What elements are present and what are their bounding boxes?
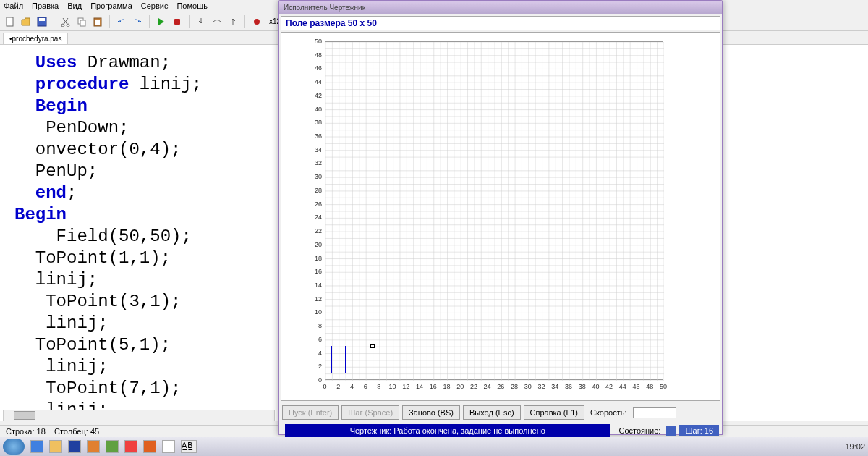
x-tick-label: 10 bbox=[388, 383, 398, 390]
cut-icon[interactable] bbox=[59, 15, 72, 28]
task-icon-6[interactable] bbox=[124, 440, 137, 453]
task-icon-7[interactable] bbox=[143, 440, 156, 453]
step-button[interactable]: Шаг (Space) bbox=[341, 405, 399, 420]
y-tick-label: 22 bbox=[310, 227, 322, 235]
kw-procedure: procedure bbox=[35, 75, 129, 94]
state-label: Состояние: bbox=[616, 426, 663, 435]
x-tick-label: 26 bbox=[495, 383, 506, 390]
drawman-status-row: Чертежник: Работа окончена, задание не в… bbox=[279, 423, 722, 439]
x-tick-label: 28 bbox=[509, 383, 519, 390]
drawn-segment bbox=[331, 346, 332, 373]
step-over-icon[interactable] bbox=[210, 15, 224, 28]
y-tick-label: 36 bbox=[310, 132, 322, 140]
run-button[interactable]: Пуск (Enter) bbox=[282, 405, 339, 420]
x-tick-label: 30 bbox=[523, 383, 533, 390]
x-tick-label: 34 bbox=[550, 383, 560, 390]
clock: 19:02 bbox=[845, 442, 865, 451]
y-tick-label: 40 bbox=[310, 106, 322, 113]
task-icon-8[interactable] bbox=[162, 440, 175, 453]
task-icon-1[interactable] bbox=[30, 440, 43, 453]
drawman-titlebar[interactable]: Исполнитель Чертежник bbox=[279, 1, 722, 14]
copy-icon[interactable] bbox=[75, 15, 88, 28]
undo-icon[interactable] bbox=[115, 15, 128, 28]
paste-icon[interactable] bbox=[91, 15, 104, 28]
y-tick-label: 14 bbox=[310, 282, 322, 289]
svg-point-10 bbox=[254, 19, 260, 25]
task-icon-5[interactable] bbox=[106, 440, 119, 453]
menu-help[interactable]: Помощь bbox=[176, 1, 208, 10]
plot-grid bbox=[325, 41, 663, 380]
y-tick-label: 10 bbox=[310, 308, 322, 316]
horizontal-scrollbar[interactable] bbox=[3, 410, 275, 421]
step-into-icon[interactable] bbox=[195, 15, 208, 28]
x-tick-label: 14 bbox=[414, 383, 425, 390]
y-tick-label: 8 bbox=[310, 322, 322, 329]
y-tick-label: 34 bbox=[310, 146, 322, 153]
kw-uses: Uses bbox=[35, 53, 77, 72]
new-file-icon[interactable] bbox=[4, 15, 17, 28]
redo-icon[interactable] bbox=[131, 15, 144, 28]
breakpoint-icon[interactable] bbox=[250, 15, 263, 28]
menu-program[interactable]: Программа bbox=[90, 1, 132, 10]
x-tick-label: 18 bbox=[441, 383, 451, 390]
drawman-window: Исполнитель Чертежник Поле размера 50 x … bbox=[278, 0, 723, 435]
y-tick-label: 44 bbox=[310, 78, 322, 85]
drawn-segment bbox=[359, 346, 359, 373]
file-tab[interactable]: •prochedyra.pas bbox=[3, 33, 68, 44]
stop-icon[interactable] bbox=[171, 15, 184, 28]
y-tick-label: 30 bbox=[310, 173, 322, 180]
y-tick-label: 50 bbox=[310, 38, 322, 45]
exit-button[interactable]: Выход (Esc) bbox=[463, 405, 521, 420]
task-icon-4[interactable] bbox=[87, 440, 100, 453]
y-tick-label: 16 bbox=[310, 268, 322, 275]
reset-button[interactable]: Заново (BS) bbox=[402, 405, 460, 420]
y-tick-label: 2 bbox=[310, 363, 322, 370]
x-tick-label: 22 bbox=[469, 383, 479, 390]
y-tick-label: 46 bbox=[310, 64, 322, 72]
status-line-value: 18 bbox=[37, 427, 46, 436]
task-icon-9[interactable]: A̲B̲ bbox=[181, 440, 197, 453]
x-tick-label: 38 bbox=[577, 383, 587, 390]
help-button[interactable]: Справка (F1) bbox=[524, 405, 584, 420]
start-button[interactable] bbox=[3, 439, 25, 455]
speed-label: Скорость: bbox=[587, 408, 630, 417]
y-tick-label: 48 bbox=[310, 51, 322, 59]
drawman-status-text: Чертежник: Работа окончена, задание не в… bbox=[285, 424, 610, 437]
menu-service[interactable]: Сервис bbox=[141, 1, 169, 10]
x-tick-label: 4 bbox=[346, 383, 357, 390]
y-tick-label: 24 bbox=[310, 214, 322, 221]
svg-rect-0 bbox=[7, 17, 13, 26]
status-col-label: Столбец: bbox=[54, 427, 88, 436]
step-out-icon[interactable] bbox=[226, 15, 239, 28]
y-tick-label: 38 bbox=[310, 119, 322, 126]
y-tick-label: 12 bbox=[310, 295, 322, 303]
task-icon-2[interactable] bbox=[49, 440, 62, 453]
taskbar: A̲B̲ 19:02 bbox=[0, 437, 868, 456]
speed-slider[interactable] bbox=[633, 407, 676, 418]
open-file-icon[interactable] bbox=[20, 15, 33, 28]
drawn-segment bbox=[345, 346, 346, 373]
x-tick-label: 40 bbox=[590, 383, 600, 390]
x-tick-label: 48 bbox=[644, 383, 655, 390]
menu-view[interactable]: Вид bbox=[67, 1, 82, 10]
status-line-label: Строка: bbox=[6, 427, 34, 436]
x-tick-label: 6 bbox=[360, 383, 370, 390]
x-tick-label: 12 bbox=[401, 383, 411, 390]
run-icon[interactable] bbox=[155, 15, 168, 28]
x-tick-label: 0 bbox=[320, 383, 330, 390]
x-tick-label: 44 bbox=[618, 383, 628, 390]
scrollbar-thumb[interactable] bbox=[14, 411, 35, 420]
kw-end: end bbox=[35, 183, 67, 203]
y-tick-label: 42 bbox=[310, 92, 322, 99]
y-tick-label: 20 bbox=[310, 241, 322, 248]
save-icon[interactable] bbox=[35, 15, 48, 28]
drawn-segment bbox=[373, 346, 373, 373]
drawman-canvas: 0246810121416182022242628303234363840424… bbox=[281, 32, 720, 401]
menu-edit[interactable]: Правка bbox=[32, 1, 59, 10]
y-tick-label: 26 bbox=[310, 200, 322, 208]
x-tick-label: 32 bbox=[537, 383, 547, 390]
svg-rect-2 bbox=[39, 18, 45, 21]
menu-file[interactable]: Файл bbox=[4, 1, 23, 10]
step-counter: Шаг: 16 bbox=[679, 425, 719, 436]
task-icon-3[interactable] bbox=[68, 440, 81, 453]
